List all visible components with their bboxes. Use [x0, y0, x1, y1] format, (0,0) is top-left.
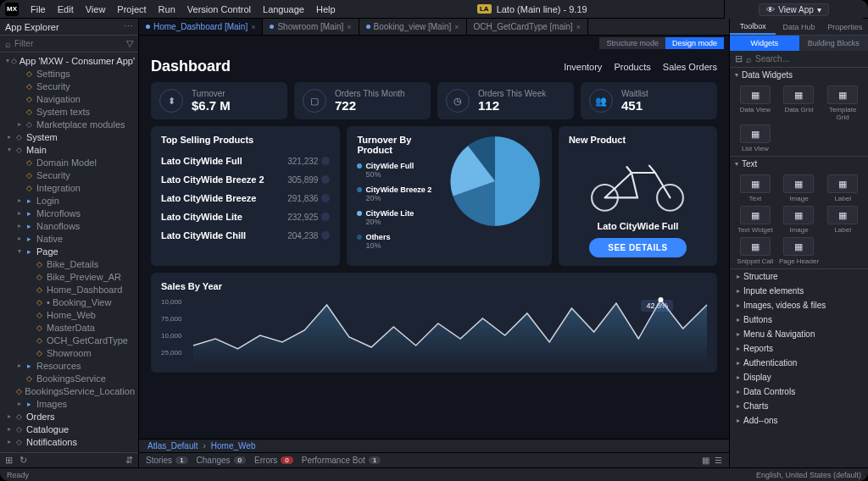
category-images-videos-files[interactable]: ▸Images, videos & files — [730, 298, 868, 312]
category-buttons[interactable]: ▸Buttons — [730, 312, 868, 327]
widget-label[interactable]: ▦Label — [822, 174, 863, 202]
list-view-icon[interactable]: ☰ — [715, 456, 722, 465]
widget-snippet-call[interactable]: ▦Snippet Call — [735, 237, 776, 265]
nav-link[interactable]: Sales Orders — [663, 62, 717, 72]
document-tab[interactable]: Home_Dashboard [Main]× — [139, 19, 263, 35]
category-inpute-elements[interactable]: ▸Inpute elements — [730, 284, 868, 298]
widget-template-grid[interactable]: ▦Template Grid — [822, 86, 863, 121]
tree-item[interactable]: ◇Navigation — [0, 92, 138, 105]
widget-image[interactable]: ▦Image — [779, 174, 820, 202]
info-icon[interactable] — [321, 175, 330, 184]
breadcrumb-item[interactable]: Atlas_Default — [147, 441, 198, 451]
tree-item[interactable]: ◇Bike_Details — [0, 257, 138, 270]
status-errors[interactable]: Errors0 — [254, 456, 293, 465]
grid-view-icon[interactable]: ▦ — [702, 456, 709, 465]
filter-icon[interactable]: ▽ — [126, 38, 133, 49]
tree-item[interactable]: ◇Settings — [0, 67, 138, 80]
widget-data-grid[interactable]: ▦Data Grid — [779, 86, 820, 121]
tree-item[interactable]: ▸▸Login — [0, 194, 138, 207]
toolbox-tab[interactable]: Data Hub — [776, 19, 821, 35]
tree-item[interactable]: ▸▸Nanoflows — [0, 219, 138, 232]
tree-item[interactable]: ◇Security — [0, 169, 138, 181]
tree-item[interactable]: ◇BookingsService_Location — [0, 384, 138, 397]
close-tab-icon[interactable]: × — [347, 23, 351, 31]
widget-text[interactable]: ▦Text — [735, 174, 776, 202]
info-icon[interactable] — [321, 231, 330, 240]
tree-item[interactable]: ▸▸Native — [0, 232, 138, 245]
tree-item[interactable]: ◇Integration — [0, 181, 138, 194]
toolbox-search-input[interactable] — [755, 54, 863, 64]
category-add-ons[interactable]: ▸Add--ons — [730, 413, 868, 428]
close-tab-icon[interactable]: × — [576, 23, 581, 31]
tree-item[interactable]: ▾◇App 'MXW - Consumer App' — [0, 54, 138, 67]
tree-item[interactable]: ◇BookingsService — [0, 372, 138, 384]
menu-language[interactable]: Language — [258, 4, 309, 14]
toolbox-subtab[interactable]: Building Blocks — [799, 36, 869, 51]
menu-run[interactable]: Run — [153, 4, 181, 14]
category-reports[interactable]: ▸Reports — [730, 341, 868, 356]
toolbox-tab[interactable]: Toolbox — [730, 19, 776, 35]
tree-item[interactable]: ▾▸Page — [0, 245, 138, 257]
widget-label[interactable]: ▦Label — [822, 206, 863, 234]
tree-item[interactable]: ▾◇Main — [0, 143, 138, 156]
category-charts[interactable]: ▸Charts — [730, 399, 868, 413]
menu-view[interactable]: View — [81, 4, 111, 14]
more-icon[interactable]: ⋯ — [124, 21, 133, 32]
tree-item[interactable]: ▸▸Images — [0, 397, 138, 410]
info-icon[interactable] — [321, 157, 330, 165]
document-tab[interactable]: Booking_view [Main]× — [359, 19, 467, 35]
tree-item[interactable]: ▸◇Notifications — [0, 435, 138, 448]
widget-page-header[interactable]: ▦Page Header — [779, 237, 820, 265]
tree-item[interactable]: ◇Domain Model — [0, 156, 138, 169]
tree-action-icon[interactable]: ⊞ — [5, 455, 13, 466]
category-display[interactable]: ▸Display — [730, 370, 868, 384]
design-canvas[interactable]: Dashboard InventoryProductsSales Orders … — [139, 51, 729, 439]
menu-version-control[interactable]: Version Control — [182, 4, 256, 14]
widget-text-widget[interactable]: ▦Text Widget — [735, 206, 776, 234]
breadcrumb-item[interactable]: Home_Web — [211, 441, 256, 451]
explorer-filter-input[interactable] — [14, 39, 123, 48]
tree-item[interactable]: ◇Home_Web — [0, 308, 138, 321]
status-perf[interactable]: Performance Bot1 — [302, 456, 381, 465]
info-icon[interactable] — [321, 194, 330, 202]
locale-label[interactable]: English, United States (default) — [756, 471, 861, 479]
widget-data-view[interactable]: ▦Data View — [735, 86, 776, 121]
toolbox-subtab[interactable]: Widgets — [730, 36, 799, 51]
tree-item[interactable]: ▸◇Catalogue — [0, 423, 138, 435]
toolbox-tab[interactable]: Properties — [822, 19, 868, 35]
tree-item[interactable]: ◇OCH_GetCardType — [0, 334, 138, 346]
close-tab-icon[interactable]: × — [251, 23, 255, 31]
project-tree[interactable]: ▾◇App 'MXW - Consumer App'◇Settings◇Secu… — [0, 53, 138, 452]
tree-item[interactable]: ◇System texts — [0, 105, 138, 118]
structure-mode-button[interactable]: Structure mode — [599, 37, 665, 49]
tree-item[interactable]: ◇MasterData — [0, 321, 138, 334]
menu-project[interactable]: Project — [112, 4, 151, 14]
widget-list-view[interactable]: ▦List View — [735, 124, 776, 152]
status-changes[interactable]: Changes0 — [197, 456, 246, 465]
category-menu-navigation[interactable]: ▸Menu & Navigation — [730, 327, 868, 341]
tree-item[interactable]: ◇Bike_Preview_AR — [0, 270, 138, 283]
section-header-text[interactable]: ▾Text — [730, 157, 868, 171]
widget-image[interactable]: ▦Image — [779, 206, 820, 234]
document-tab[interactable]: OCH_GetCardType [main]× — [467, 19, 589, 35]
menu-help[interactable]: Help — [311, 4, 341, 14]
category-authentication[interactable]: ▸Authentication — [730, 356, 868, 370]
status-stories[interactable]: Stories1 — [146, 456, 188, 465]
tree-action-icon[interactable]: ⇵ — [125, 455, 133, 466]
category-structure[interactable]: ▸Structure — [730, 269, 868, 284]
tree-item[interactable]: ▸◇Marketplace modules — [0, 118, 138, 130]
menu-edit[interactable]: Edit — [53, 4, 79, 14]
nav-link[interactable]: Products — [614, 62, 650, 72]
tree-item[interactable]: ◇Security — [0, 80, 138, 92]
document-tab[interactable]: Showroom [Main]× — [263, 19, 359, 35]
tree-item[interactable]: ◇Showroom — [0, 346, 138, 359]
tree-item[interactable]: ▸◇Orders — [0, 410, 138, 423]
nav-link[interactable]: Inventory — [564, 62, 602, 72]
design-mode-button[interactable]: Design mode — [665, 37, 724, 49]
menu-file[interactable]: File — [25, 4, 51, 14]
close-tab-icon[interactable]: × — [454, 23, 459, 31]
tree-item[interactable]: ◇Home_Dashboard — [0, 283, 138, 296]
tree-item[interactable]: ▸◇System — [0, 130, 138, 143]
section-header-data-widgets[interactable]: ▾Data Widgets — [730, 68, 868, 82]
category-data-controls[interactable]: ▸Data Controls — [730, 384, 868, 399]
